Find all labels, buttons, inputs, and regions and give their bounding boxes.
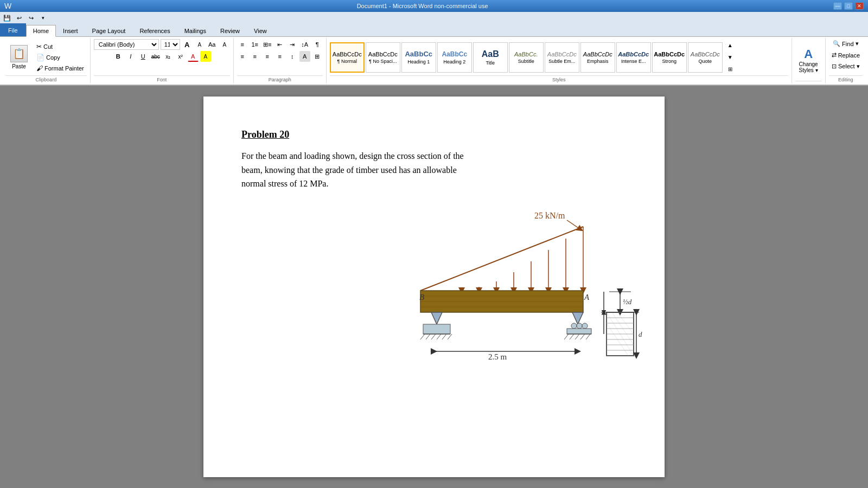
font-color-button[interactable]: A [188, 51, 199, 62]
paste-label: Paste [12, 63, 26, 69]
find-button[interactable]: 🔍 Find ▾ [830, 39, 861, 48]
underline-button[interactable]: U [138, 51, 149, 62]
format-painter-label: Format Painter [44, 65, 84, 72]
select-label: Select ▾ [838, 63, 860, 70]
undo-button[interactable]: ↩ [14, 13, 24, 23]
editing-group-label: Editing [829, 75, 863, 82]
styles-scroll-up-button[interactable]: ▲ [725, 40, 736, 51]
tab-page-layout[interactable]: Page Layout [85, 24, 133, 36]
svg-line-35 [580, 334, 585, 339]
svg-line-21 [426, 334, 430, 339]
style-no-spacing[interactable]: AaBbCcDc ¶ No Spaci... [366, 42, 400, 73]
clear-formatting-button[interactable]: A [219, 39, 230, 50]
borders-button[interactable]: ⊞ [312, 51, 323, 62]
change-styles-button[interactable]: A Change Styles ▾ [795, 44, 822, 76]
bold-button[interactable]: B [113, 51, 124, 62]
increase-indent-button[interactable]: ⇥ [287, 39, 298, 50]
tab-review[interactable]: Review [213, 24, 247, 36]
numbered-list-button[interactable]: 1≡ [250, 39, 260, 50]
cut-button[interactable]: ✂ Cut [34, 42, 87, 52]
close-button[interactable]: ✕ [855, 2, 864, 10]
tab-insert[interactable]: Insert [56, 24, 85, 36]
style-heading2[interactable]: AaBbCc Heading 2 [437, 42, 472, 73]
style-emphasis[interactable]: AaBbCcDc Emphasis [580, 42, 615, 73]
format-painter-icon: 🖌 [36, 65, 43, 72]
style-strong[interactable]: AaBbCcDc Strong [652, 42, 687, 73]
align-right-button[interactable]: ≡ [262, 51, 273, 62]
change-styles-label: Change Styles ▾ [799, 61, 818, 73]
align-left-button[interactable]: ≡ [237, 51, 248, 62]
problem-text: For the beam and loading shown, design t… [241, 149, 469, 191]
text-highlight-button[interactable]: A [200, 51, 211, 62]
redo-button[interactable]: ↪ [26, 13, 36, 23]
svg-marker-26 [572, 312, 583, 324]
style-no-spacing-preview: AaBbCcDc [368, 51, 398, 57]
font-group-label: Font [94, 75, 230, 82]
bullet-list-button[interactable]: ≡ [237, 39, 248, 50]
style-title-preview: AaB [482, 49, 499, 59]
styles-group-label: Styles [330, 75, 788, 82]
style-intense-emphasis-preview: AaBbCcDc [618, 51, 649, 57]
decrease-indent-button[interactable]: ⇤ [275, 39, 285, 50]
customize-quick-access-button[interactable]: ▾ [38, 13, 48, 23]
maximize-button[interactable]: □ [844, 2, 853, 10]
svg-text:A: A [584, 293, 590, 301]
svg-line-20 [420, 334, 425, 339]
copy-label: Copy [46, 54, 60, 61]
styles-more-button[interactable]: ⊞ [725, 64, 736, 75]
select-button[interactable]: ⊡ Select ▾ [829, 62, 863, 71]
style-subtle-emphasis[interactable]: AaBbCcDc Subtle Em... [545, 42, 579, 73]
change-styles-group: A Change Styles ▾ [792, 38, 826, 84]
multilevel-list-button[interactable]: ⊞≡ [262, 39, 273, 50]
styles-scroll-down-button[interactable]: ▼ [725, 52, 736, 63]
copy-button[interactable]: 📄 Copy [34, 53, 87, 62]
tab-mailings[interactable]: Mailings [177, 24, 213, 36]
font-size-select[interactable]: 11 [161, 39, 180, 50]
save-button[interactable]: 💾 [2, 13, 12, 23]
shading-button[interactable]: A [299, 51, 310, 62]
tab-file[interactable]: File [0, 23, 26, 36]
tab-references[interactable]: References [132, 24, 177, 36]
line-spacing-button[interactable]: ↕ [287, 51, 298, 62]
style-quote-preview: AaBbCcDc [691, 51, 720, 57]
style-heading2-preview: AaBbCc [442, 50, 467, 58]
document-container: Problem 20 For the beam and loading show… [0, 86, 868, 488]
italic-button[interactable]: I [125, 51, 136, 62]
tab-home[interactable]: Home [26, 25, 56, 37]
tab-view[interactable]: View [247, 24, 274, 36]
svg-text:2.5 m: 2.5 m [488, 352, 507, 361]
strikethrough-button[interactable]: abc [150, 51, 161, 62]
svg-line-23 [437, 334, 441, 339]
style-title[interactable]: AaB Title [473, 42, 508, 73]
font-name-select[interactable]: Calibri (Body) [94, 39, 159, 50]
find-icon: 🔍 [833, 40, 840, 47]
svg-point-28 [577, 323, 582, 329]
style-heading1[interactable]: AaBbCc Heading 1 [401, 42, 436, 73]
paste-button[interactable]: 📋 Paste [5, 39, 33, 75]
svg-line-32 [564, 334, 569, 339]
svg-text:B: B [419, 293, 424, 301]
clipboard-group: 📋 Paste ✂ Cut 📄 Copy 🖌 Format Painter Cl… [2, 38, 91, 84]
grow-font-button[interactable]: A [182, 39, 193, 50]
subscript-button[interactable]: x₂ [163, 51, 174, 62]
show-hide-button[interactable]: ¶ [312, 39, 323, 50]
format-painter-button[interactable]: 🖌 Format Painter [34, 63, 87, 73]
replace-button[interactable]: ⇄ Replace [829, 50, 863, 60]
style-quote[interactable]: AaBbCcDc Quote [688, 42, 723, 73]
style-normal-preview: AaBbCcDc [333, 51, 362, 57]
document-page: Problem 20 For the beam and loading show… [203, 97, 665, 477]
shrink-font-button[interactable]: A [194, 39, 205, 50]
align-center-button[interactable]: ≡ [250, 51, 260, 62]
minimize-button[interactable]: — [833, 2, 842, 10]
sort-button[interactable]: ↕A [299, 39, 310, 50]
justify-button[interactable]: ≡ [275, 51, 285, 62]
superscript-button[interactable]: x² [175, 51, 186, 62]
paragraph-group: ≡ 1≡ ⊞≡ ⇤ ⇥ ↕A ¶ ≡ ≡ ≡ ≡ ↕ A ⊞ Paragraph [234, 38, 327, 84]
select-icon: ⊡ [832, 63, 837, 70]
style-normal[interactable]: AaBbCcDc ¶ Normal [330, 42, 365, 73]
change-case-button[interactable]: Aa [207, 39, 218, 50]
svg-line-22 [431, 334, 436, 339]
font-group: Calibri (Body) 11 A A Aa A B I U abc x₂ … [91, 38, 234, 84]
style-intense-emphasis[interactable]: AaBbCcDc Intense E... [616, 42, 651, 73]
style-subtitle[interactable]: AaBbCc. Subtitle [509, 42, 544, 73]
